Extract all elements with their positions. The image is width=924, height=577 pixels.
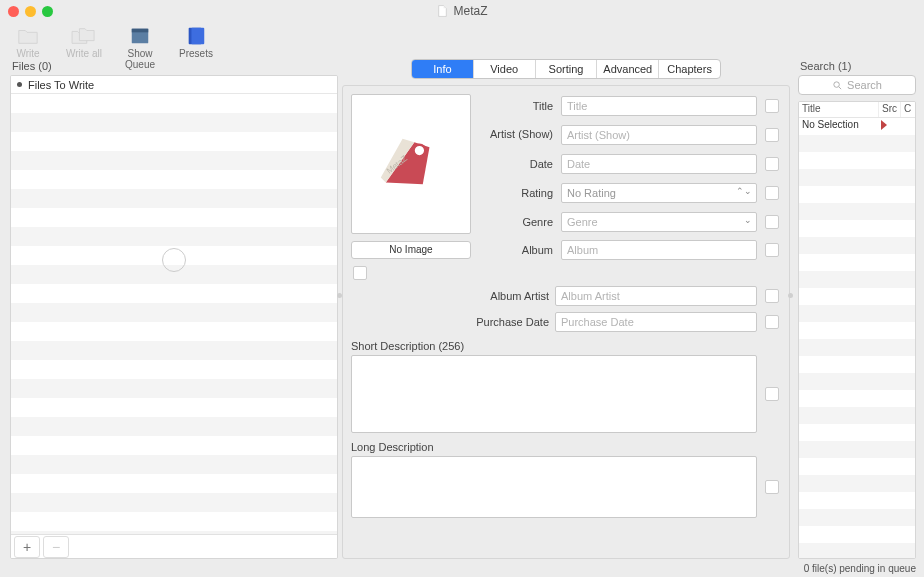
date-checkbox[interactable]	[765, 157, 779, 171]
search-placeholder: Search	[847, 79, 882, 91]
title-label: Title	[477, 100, 555, 112]
tab-info[interactable]: Info	[412, 60, 474, 78]
window-title: MetaZ	[0, 4, 924, 18]
svg-point-6	[834, 81, 840, 87]
purchase-date-checkbox[interactable]	[765, 315, 779, 329]
files-list[interactable]	[11, 94, 337, 534]
short-desc-label: Short Description (256)	[351, 340, 781, 352]
album-artist-checkbox[interactable]	[765, 289, 779, 303]
window-title-text: MetaZ	[453, 4, 487, 18]
search-icon	[832, 80, 843, 91]
col-src[interactable]: Src	[879, 102, 901, 117]
search-columns: Title Src C	[799, 102, 915, 118]
titlebar: MetaZ	[0, 0, 924, 22]
date-field[interactable]	[561, 154, 757, 174]
long-desc-checkbox[interactable]	[765, 480, 779, 494]
rating-checkbox[interactable]	[765, 186, 779, 200]
rating-label: Rating	[477, 187, 555, 199]
queue-header-row[interactable]: Files To Write	[11, 76, 337, 94]
date-label: Date	[477, 158, 555, 170]
album-label: Album	[477, 244, 555, 256]
status-text: 0 file(s) pending in queue	[804, 563, 916, 574]
files-panel: Files To Write + −	[10, 75, 338, 559]
add-file-button[interactable]: +	[14, 536, 40, 558]
metadata-tabs: Info Video Sorting Advanced Chapters	[411, 59, 721, 79]
status-bar: 0 file(s) pending in queue	[0, 559, 924, 577]
col-title[interactable]: Title	[799, 102, 879, 117]
remove-file-button[interactable]: −	[43, 536, 69, 558]
genre-label: Genre	[477, 216, 555, 228]
folders-icon	[71, 25, 97, 47]
search-results-list[interactable]: No Selection	[799, 118, 915, 558]
artist-checkbox[interactable]	[765, 128, 779, 142]
artwork-well[interactable]: MetaZ	[351, 94, 471, 234]
chevron-down-icon: ⌄	[744, 215, 752, 225]
presets-icon	[183, 25, 209, 47]
tab-sorting[interactable]: Sorting	[536, 60, 598, 78]
result-c	[901, 118, 915, 135]
artist-field[interactable]	[561, 125, 757, 145]
search-input[interactable]: Search	[798, 75, 916, 95]
result-src-icon	[879, 118, 901, 135]
col-c[interactable]: C	[901, 102, 915, 117]
search-results-panel: Title Src C No Selection	[798, 101, 916, 559]
search-header: Search (1)	[798, 59, 916, 75]
spinner-icon	[162, 248, 186, 272]
long-desc-label: Long Description	[351, 441, 781, 453]
tab-advanced[interactable]: Advanced	[597, 60, 659, 78]
tab-video[interactable]: Video	[474, 60, 536, 78]
album-field[interactable]	[561, 240, 757, 260]
files-header: Files (0)	[10, 59, 338, 75]
artwork-placeholder-icon: MetaZ	[369, 122, 453, 206]
genre-checkbox[interactable]	[765, 215, 779, 229]
no-image-button[interactable]: No Image	[351, 241, 471, 259]
bullet-icon	[17, 82, 22, 87]
queue-icon	[127, 25, 153, 47]
result-title: No Selection	[799, 118, 879, 135]
svg-rect-3	[191, 28, 204, 45]
title-field[interactable]	[561, 96, 757, 116]
artwork-checkbox[interactable]	[353, 266, 367, 280]
genre-field[interactable]	[561, 212, 757, 232]
svg-point-4	[414, 145, 426, 157]
splitter-right[interactable]	[788, 293, 793, 298]
queue-header-label: Files To Write	[28, 79, 94, 91]
album-artist-field[interactable]	[555, 286, 757, 306]
album-checkbox[interactable]	[765, 243, 779, 257]
short-desc-field[interactable]	[351, 355, 757, 433]
folder-icon	[15, 25, 41, 47]
title-checkbox[interactable]	[765, 99, 779, 113]
tab-chapters[interactable]: Chapters	[659, 60, 720, 78]
rating-select[interactable]: No Rating	[561, 183, 757, 203]
short-desc-checkbox[interactable]	[765, 387, 779, 401]
search-result-row[interactable]: No Selection	[799, 118, 915, 135]
purchase-date-field[interactable]	[555, 312, 757, 332]
info-panel: MetaZ No Image Title Artist (Show) Date …	[342, 85, 790, 559]
long-desc-field[interactable]	[351, 456, 757, 518]
document-icon	[436, 4, 449, 18]
splitter-left[interactable]	[337, 293, 342, 298]
svg-line-7	[839, 86, 841, 88]
chevron-updown-icon: ⌃⌄	[736, 186, 752, 196]
artist-label: Artist (Show)	[477, 129, 555, 140]
purchase-date-label: Purchase Date	[351, 316, 549, 328]
album-artist-label: Album Artist	[351, 290, 549, 302]
svg-rect-1	[132, 29, 149, 33]
